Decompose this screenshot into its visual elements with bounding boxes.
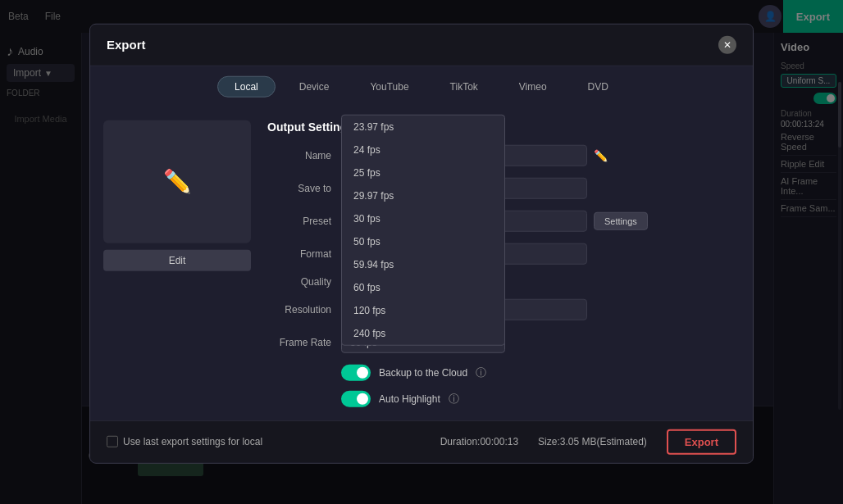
footer-info: Duration:00:00:13 Size:3.05 MB(Estimated… xyxy=(440,429,736,454)
frame-rate-row: Frame Rate 23.97 fps 24 fps 25 fps 29.97… xyxy=(267,331,740,352)
resolution-label: Resolution xyxy=(267,303,341,315)
dialog-tabs: Local Device YouTube TikTok Vimeo DVD xyxy=(90,66,753,107)
backup-toggle-row: Backup to the Cloud ⓘ xyxy=(341,364,740,380)
auto-highlight-toggle-row: Auto Highlight ⓘ xyxy=(341,390,740,406)
preview-thumbnail: ✏️ xyxy=(103,120,251,243)
fps-25[interactable]: 25 fps xyxy=(342,161,504,184)
last-settings-checkbox-area: Use last export settings for local xyxy=(107,436,262,447)
tab-device[interactable]: Device xyxy=(282,75,347,97)
auto-highlight-label: Auto Highlight xyxy=(379,393,440,404)
export-dialog: Export ✕ Local Device YouTube TikTok Vim… xyxy=(89,23,754,463)
ai-icon: ✏️ xyxy=(594,148,608,161)
frame-rate-dropdown-menu[interactable]: 23.97 fps 24 fps 25 fps 29.97 fps 30 fps… xyxy=(341,114,505,345)
tab-dvd[interactable]: DVD xyxy=(571,75,626,97)
fps-30[interactable]: 30 fps xyxy=(342,207,504,229)
last-settings-label: Use last export settings for local xyxy=(123,436,262,447)
backup-label: Backup to the Cloud xyxy=(379,366,467,378)
duration-stat: Duration:00:00:13 xyxy=(440,436,518,447)
preview-area: ✏️ Edit xyxy=(103,120,251,406)
frame-rate-dropdown-container: 23.97 fps 24 fps 25 fps 29.97 fps 30 fps… xyxy=(341,331,505,352)
quality-label: Quality xyxy=(267,275,341,287)
auto-highlight-info-icon[interactable]: ⓘ xyxy=(449,391,459,406)
fps-24[interactable]: 24 fps xyxy=(342,138,504,161)
frame-rate-label: Frame Rate xyxy=(267,336,341,347)
backup-info-icon[interactable]: ⓘ xyxy=(476,365,486,379)
fps-50[interactable]: 50 fps xyxy=(342,229,504,252)
settings-button[interactable]: Settings xyxy=(594,211,648,229)
fps-60[interactable]: 60 fps xyxy=(342,275,504,298)
dialog-title: Export xyxy=(107,38,146,52)
dialog-body: ✏️ Edit Output Settings Name ✏️ Save to xyxy=(90,107,753,420)
settings-form: Output Settings Name ✏️ Save to Preset S… xyxy=(267,120,740,406)
name-label: Name xyxy=(267,149,341,161)
close-button[interactable]: ✕ xyxy=(718,35,736,53)
last-settings-checkbox[interactable] xyxy=(107,436,118,447)
fps-240[interactable]: 240 fps xyxy=(342,321,504,344)
edit-pencil-icon: ✏️ xyxy=(163,168,192,195)
dialog-header: Export ✕ xyxy=(90,24,753,66)
edit-button[interactable]: Edit xyxy=(103,249,251,270)
backup-toggle[interactable] xyxy=(341,364,371,380)
tab-tiktok[interactable]: TikTok xyxy=(433,75,495,97)
auto-highlight-toggle[interactable] xyxy=(341,390,371,406)
fps-29-97[interactable]: 29.97 fps xyxy=(342,184,504,207)
fps-59-94[interactable]: 59.94 fps xyxy=(342,252,504,275)
tab-youtube[interactable]: YouTube xyxy=(353,75,426,97)
export-final-button[interactable]: Export xyxy=(667,429,736,454)
fps-23-97[interactable]: 23.97 fps xyxy=(342,115,504,138)
tab-local[interactable]: Local xyxy=(217,75,276,97)
dialog-footer: Use last export settings for local Durat… xyxy=(90,420,753,462)
tab-vimeo[interactable]: Vimeo xyxy=(502,75,564,97)
format-label: Format xyxy=(267,247,341,259)
fps-120[interactable]: 120 fps xyxy=(342,298,504,321)
preset-label: Preset xyxy=(267,215,341,226)
save-to-label: Save to xyxy=(267,182,341,193)
size-stat: Size:3.05 MB(Estimated) xyxy=(538,436,647,447)
